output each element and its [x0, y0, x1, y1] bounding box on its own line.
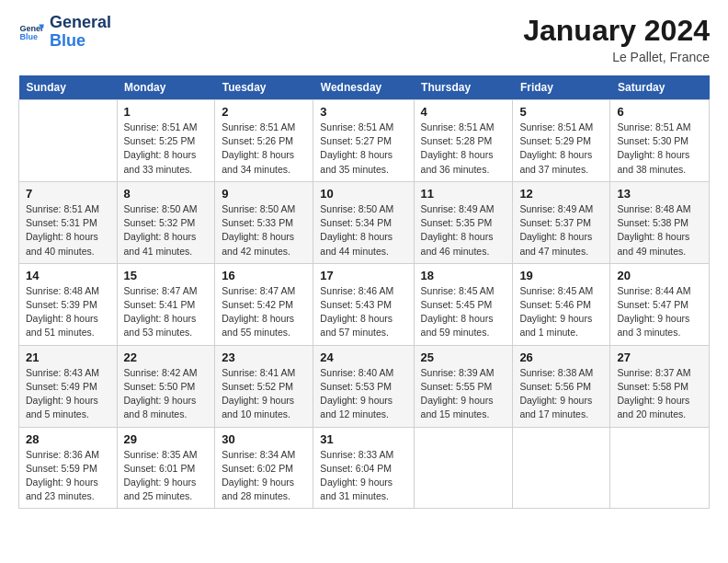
day-cell: 29 Sunrise: 8:35 AMSunset: 6:01 PMDaylig… — [117, 427, 215, 509]
day-detail: Sunrise: 8:51 AMSunset: 5:28 PMDaylight:… — [421, 121, 506, 177]
title-block: January 2024 Le Pallet, France — [523, 14, 710, 64]
day-cell: 1 Sunrise: 8:51 AMSunset: 5:25 PMDayligh… — [117, 100, 215, 182]
week-row-5: 28 Sunrise: 8:36 AMSunset: 5:59 PMDaylig… — [19, 427, 710, 509]
day-cell: 26 Sunrise: 8:38 AMSunset: 5:56 PMDaylig… — [513, 345, 610, 427]
calendar-body: 1 Sunrise: 8:51 AMSunset: 5:25 PMDayligh… — [19, 100, 710, 509]
day-detail: Sunrise: 8:38 AMSunset: 5:56 PMDaylight:… — [519, 366, 603, 422]
day-number: 13 — [617, 187, 702, 201]
day-number: 14 — [26, 269, 110, 282]
day-cell: 24 Sunrise: 8:40 AMSunset: 5:53 PMDaylig… — [313, 345, 414, 427]
logo-general: General — [50, 13, 111, 31]
day-detail: Sunrise: 8:49 AMSunset: 5:37 PMDaylight:… — [519, 202, 603, 259]
day-number: 20 — [617, 269, 702, 282]
day-cell: 14 Sunrise: 8:48 AMSunset: 5:39 PMDaylig… — [19, 263, 118, 345]
day-number: 31 — [320, 432, 406, 446]
day-number: 2 — [222, 105, 306, 119]
day-detail: Sunrise: 8:47 AMSunset: 5:41 PMDaylight:… — [124, 284, 209, 340]
day-detail: Sunrise: 8:51 AMSunset: 5:31 PMDaylight:… — [26, 202, 110, 259]
day-cell: 10 Sunrise: 8:50 AMSunset: 5:34 PMDaylig… — [313, 181, 414, 263]
day-cell — [414, 427, 513, 509]
day-number: 22 — [124, 350, 209, 364]
day-detail: Sunrise: 8:43 AMSunset: 5:49 PMDaylight:… — [26, 366, 110, 422]
day-cell: 5 Sunrise: 8:51 AMSunset: 5:29 PMDayligh… — [513, 100, 610, 182]
day-detail: Sunrise: 8:50 AMSunset: 5:33 PMDaylight:… — [222, 202, 306, 259]
day-detail: Sunrise: 8:48 AMSunset: 5:39 PMDaylight:… — [26, 284, 110, 340]
day-detail: Sunrise: 8:33 AMSunset: 6:04 PMDaylight:… — [320, 448, 406, 504]
logo-icon: General Blue — [18, 19, 44, 45]
day-cell: 16 Sunrise: 8:47 AMSunset: 5:42 PMDaylig… — [215, 263, 313, 345]
day-number: 3 — [320, 105, 406, 119]
day-cell: 13 Sunrise: 8:48 AMSunset: 5:38 PMDaylig… — [610, 181, 710, 263]
day-number: 4 — [421, 105, 506, 119]
day-cell: 22 Sunrise: 8:42 AMSunset: 5:50 PMDaylig… — [117, 345, 215, 427]
day-number: 18 — [421, 269, 506, 282]
col-saturday: Saturday — [610, 75, 710, 100]
calendar-table: Sunday Monday Tuesday Wednesday Thursday… — [18, 75, 710, 509]
day-detail: Sunrise: 8:42 AMSunset: 5:50 PMDaylight:… — [124, 366, 209, 422]
col-thursday: Thursday — [414, 75, 513, 100]
day-detail: Sunrise: 8:47 AMSunset: 5:42 PMDaylight:… — [222, 284, 306, 340]
day-detail: Sunrise: 8:39 AMSunset: 5:55 PMDaylight:… — [421, 366, 506, 422]
svg-text:Blue: Blue — [19, 32, 38, 41]
week-row-1: 1 Sunrise: 8:51 AMSunset: 5:25 PMDayligh… — [19, 100, 710, 182]
day-number: 9 — [222, 187, 306, 201]
day-cell: 8 Sunrise: 8:50 AMSunset: 5:32 PMDayligh… — [117, 181, 215, 263]
day-number: 16 — [222, 269, 306, 282]
day-cell: 9 Sunrise: 8:50 AMSunset: 5:33 PMDayligh… — [215, 181, 313, 263]
week-row-3: 14 Sunrise: 8:48 AMSunset: 5:39 PMDaylig… — [19, 263, 710, 345]
logo-text: General Blue — [50, 14, 111, 51]
day-cell: 2 Sunrise: 8:51 AMSunset: 5:26 PMDayligh… — [215, 100, 313, 182]
day-cell: 3 Sunrise: 8:51 AMSunset: 5:27 PMDayligh… — [313, 100, 414, 182]
day-cell: 25 Sunrise: 8:39 AMSunset: 5:55 PMDaylig… — [414, 345, 513, 427]
day-detail: Sunrise: 8:44 AMSunset: 5:47 PMDaylight:… — [617, 284, 702, 340]
day-number: 10 — [320, 187, 406, 201]
day-cell: 18 Sunrise: 8:45 AMSunset: 5:45 PMDaylig… — [414, 263, 513, 345]
day-cell: 21 Sunrise: 8:43 AMSunset: 5:49 PMDaylig… — [19, 345, 118, 427]
month-title: January 2024 — [523, 14, 710, 48]
day-detail: Sunrise: 8:36 AMSunset: 5:59 PMDaylight:… — [26, 448, 110, 504]
day-number: 8 — [124, 187, 209, 201]
day-detail: Sunrise: 8:41 AMSunset: 5:52 PMDaylight:… — [222, 366, 306, 422]
day-detail: Sunrise: 8:40 AMSunset: 5:53 PMDaylight:… — [320, 366, 406, 422]
calendar-header: Sunday Monday Tuesday Wednesday Thursday… — [19, 75, 710, 100]
day-detail: Sunrise: 8:51 AMSunset: 5:30 PMDaylight:… — [617, 121, 702, 177]
col-tuesday: Tuesday — [215, 75, 313, 100]
day-number: 24 — [320, 350, 406, 364]
col-friday: Friday — [513, 75, 610, 100]
day-detail: Sunrise: 8:37 AMSunset: 5:58 PMDaylight:… — [617, 366, 702, 422]
day-detail: Sunrise: 8:45 AMSunset: 5:45 PMDaylight:… — [421, 284, 506, 340]
day-cell — [19, 100, 118, 182]
day-number: 21 — [26, 350, 110, 364]
day-detail: Sunrise: 8:51 AMSunset: 5:29 PMDaylight:… — [519, 121, 603, 177]
day-number: 6 — [617, 105, 702, 119]
day-number: 15 — [124, 269, 209, 282]
col-monday: Monday — [117, 75, 215, 100]
day-cell: 17 Sunrise: 8:46 AMSunset: 5:43 PMDaylig… — [313, 263, 414, 345]
day-detail: Sunrise: 8:48 AMSunset: 5:38 PMDaylight:… — [617, 202, 702, 259]
day-cell: 4 Sunrise: 8:51 AMSunset: 5:28 PMDayligh… — [414, 100, 513, 182]
col-sunday: Sunday — [19, 75, 118, 100]
day-number: 25 — [421, 350, 506, 364]
week-row-2: 7 Sunrise: 8:51 AMSunset: 5:31 PMDayligh… — [19, 181, 710, 263]
header-row: Sunday Monday Tuesday Wednesday Thursday… — [19, 75, 710, 100]
location-title: Le Pallet, France — [523, 50, 710, 64]
day-detail: Sunrise: 8:51 AMSunset: 5:25 PMDaylight:… — [124, 121, 209, 177]
day-cell: 31 Sunrise: 8:33 AMSunset: 6:04 PMDaylig… — [313, 427, 414, 509]
day-cell: 27 Sunrise: 8:37 AMSunset: 5:58 PMDaylig… — [610, 345, 710, 427]
header: General Blue General Blue January 2024 L… — [18, 14, 710, 64]
day-detail: Sunrise: 8:34 AMSunset: 6:02 PMDaylight:… — [222, 448, 306, 504]
day-cell: 28 Sunrise: 8:36 AMSunset: 5:59 PMDaylig… — [19, 427, 118, 509]
day-number: 12 — [519, 187, 603, 201]
day-detail: Sunrise: 8:50 AMSunset: 5:34 PMDaylight:… — [320, 202, 406, 259]
week-row-4: 21 Sunrise: 8:43 AMSunset: 5:49 PMDaylig… — [19, 345, 710, 427]
day-number: 30 — [222, 432, 306, 446]
day-number: 26 — [519, 350, 603, 364]
day-cell — [513, 427, 610, 509]
day-number: 1 — [124, 105, 209, 119]
day-cell: 11 Sunrise: 8:49 AMSunset: 5:35 PMDaylig… — [414, 181, 513, 263]
day-cell: 12 Sunrise: 8:49 AMSunset: 5:37 PMDaylig… — [513, 181, 610, 263]
day-detail: Sunrise: 8:49 AMSunset: 5:35 PMDaylight:… — [421, 202, 506, 259]
day-detail: Sunrise: 8:46 AMSunset: 5:43 PMDaylight:… — [320, 284, 406, 340]
day-cell: 15 Sunrise: 8:47 AMSunset: 5:41 PMDaylig… — [117, 263, 215, 345]
day-detail: Sunrise: 8:35 AMSunset: 6:01 PMDaylight:… — [124, 448, 209, 504]
